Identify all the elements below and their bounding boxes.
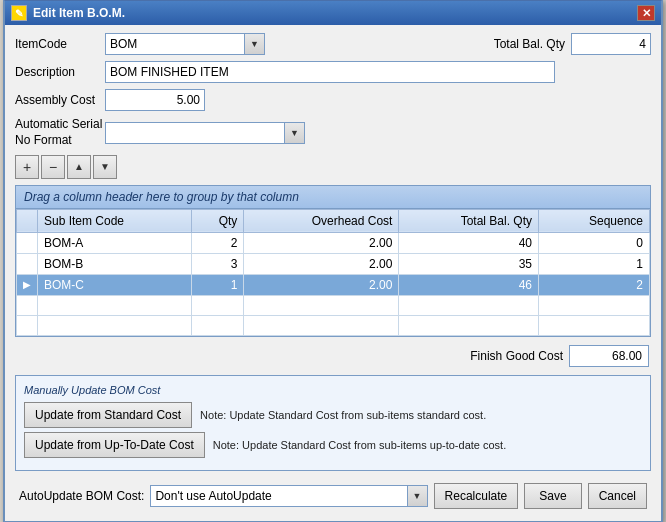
col-total-bal-qty[interactable]: Total Bal. Qty	[399, 209, 539, 232]
sub-item-code-cell: BOM-B	[38, 253, 192, 274]
item-code-input[interactable]	[105, 33, 245, 55]
assembly-cost-label: Assembly Cost	[15, 93, 105, 107]
finish-good-cost-input[interactable]	[569, 345, 649, 367]
item-code-combo: ▼	[105, 33, 265, 55]
table-row[interactable]: BOM-A 2 2.00 40 0	[17, 232, 650, 253]
bom-grid: Drag a column header here to group by th…	[15, 185, 651, 337]
window-title: Edit Item B.O.M.	[33, 6, 125, 20]
finish-good-cost-label: Finish Good Cost	[470, 349, 563, 363]
total-bal-qty-input[interactable]	[571, 33, 651, 55]
row-indicator: ▶	[17, 274, 38, 295]
description-input[interactable]	[105, 61, 555, 83]
col-indicator	[17, 209, 38, 232]
main-window: ✎ Edit Item B.O.M. ✕ ItemCode ▼ Total Ba…	[3, 0, 663, 522]
finish-good-cost-row: Finish Good Cost	[15, 345, 651, 367]
bottom-bar: AutoUpdate BOM Cost: ▼ Recalculate Save …	[15, 479, 651, 513]
auto-serial-label: Automatic SerialNo Format	[15, 117, 105, 148]
col-sequence[interactable]: Sequence	[539, 209, 650, 232]
window-icon: ✎	[11, 5, 27, 21]
recalculate-button[interactable]: Recalculate	[434, 483, 519, 509]
col-sub-item-code[interactable]: Sub Item Code	[38, 209, 192, 232]
toolbar: + − ▲ ▼	[15, 155, 651, 179]
autoupdate-input[interactable]	[150, 485, 407, 507]
item-code-row: ItemCode ▼ Total Bal. Qty	[15, 33, 651, 55]
col-overhead-cost[interactable]: Overhead Cost	[244, 209, 399, 232]
content-area: ItemCode ▼ Total Bal. Qty Description As…	[5, 25, 661, 520]
auto-serial-dropdown-btn[interactable]: ▼	[285, 122, 305, 144]
description-label: Description	[15, 65, 105, 79]
sequence-cell: 2	[539, 274, 650, 295]
update-standard-cost-row: Update from Standard Cost Note: Update S…	[24, 402, 642, 428]
autoupdate-label: AutoUpdate BOM Cost:	[19, 489, 144, 503]
total-bal-qty-cell: 35	[399, 253, 539, 274]
move-up-button[interactable]: ▲	[67, 155, 91, 179]
update-uptodate-cost-row: Update from Up-To-Date Cost Note: Update…	[24, 432, 642, 458]
bom-table: Sub Item Code Qty Overhead Cost Total Ba…	[16, 209, 650, 336]
title-bar-left: ✎ Edit Item B.O.M.	[11, 5, 125, 21]
save-button[interactable]: Save	[524, 483, 581, 509]
cancel-button[interactable]: Cancel	[588, 483, 647, 509]
add-button[interactable]: +	[15, 155, 39, 179]
row-indicator	[17, 253, 38, 274]
update-uptodate-cost-note: Note: Update Standard Cost from sub-item…	[213, 439, 642, 451]
table-row-empty	[17, 315, 650, 335]
update-standard-cost-button[interactable]: Update from Standard Cost	[24, 402, 192, 428]
total-bal-qty-cell: 40	[399, 232, 539, 253]
update-standard-cost-note: Note: Update Standard Cost from sub-item…	[200, 409, 642, 421]
overhead-cost-cell: 2.00	[244, 274, 399, 295]
auto-serial-combo: ▼	[105, 122, 305, 144]
assembly-cost-input[interactable]	[105, 89, 205, 111]
qty-cell: 1	[191, 274, 243, 295]
title-bar: ✎ Edit Item B.O.M. ✕	[5, 1, 661, 25]
autoupdate-combo: ▼	[150, 485, 427, 507]
auto-serial-row: Automatic SerialNo Format ▼	[15, 117, 651, 148]
remove-button[interactable]: −	[41, 155, 65, 179]
overhead-cost-cell: 2.00	[244, 232, 399, 253]
update-section: Manually Update BOM Cost Update from Sta…	[15, 375, 651, 471]
update-uptodate-cost-button[interactable]: Update from Up-To-Date Cost	[24, 432, 205, 458]
assembly-cost-row: Assembly Cost	[15, 89, 651, 111]
sequence-cell: 0	[539, 232, 650, 253]
qty-cell: 3	[191, 253, 243, 274]
item-code-label: ItemCode	[15, 37, 105, 51]
table-row-empty	[17, 295, 650, 315]
col-qty[interactable]: Qty	[191, 209, 243, 232]
row-indicator	[17, 232, 38, 253]
auto-serial-input[interactable]	[105, 122, 285, 144]
sub-item-code-cell: BOM-A	[38, 232, 192, 253]
sequence-cell: 1	[539, 253, 650, 274]
move-down-button[interactable]: ▼	[93, 155, 117, 179]
qty-cell: 2	[191, 232, 243, 253]
grid-drag-message: Drag a column header here to group by th…	[16, 186, 650, 209]
item-code-dropdown-btn[interactable]: ▼	[245, 33, 265, 55]
total-bal-qty-label: Total Bal. Qty	[494, 37, 565, 51]
overhead-cost-cell: 2.00	[244, 253, 399, 274]
description-row: Description	[15, 61, 651, 83]
autoupdate-dropdown-btn[interactable]: ▼	[408, 485, 428, 507]
sub-item-code-cell: BOM-C	[38, 274, 192, 295]
table-row[interactable]: BOM-B 3 2.00 35 1	[17, 253, 650, 274]
close-button[interactable]: ✕	[637, 5, 655, 21]
table-row[interactable]: ▶ BOM-C 1 2.00 46 2	[17, 274, 650, 295]
total-bal-qty-cell: 46	[399, 274, 539, 295]
update-section-title: Manually Update BOM Cost	[24, 384, 642, 396]
